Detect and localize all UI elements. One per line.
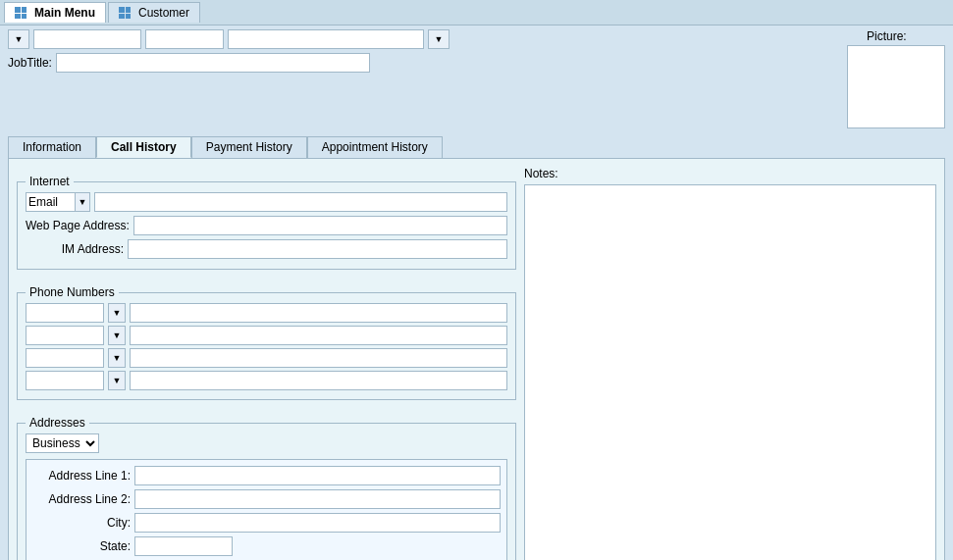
- name-fields: ▼ ▼ JobTitle:: [8, 29, 820, 73]
- address-box: Address Line 1: Address Line 2: City: St…: [26, 459, 507, 560]
- address-line2-input[interactable]: [134, 489, 501, 509]
- im-input[interactable]: [128, 239, 507, 259]
- title-bar: Main Menu Customer: [0, 0, 953, 25]
- internet-legend: Internet: [26, 175, 74, 188]
- webpage-label: Web Page Address:: [26, 219, 130, 232]
- tab-payment-history[interactable]: Payment History: [191, 136, 307, 158]
- right-panel: Notes:: [524, 167, 936, 560]
- main-menu-tab[interactable]: Main Menu: [4, 2, 106, 23]
- main-tabs: Information Call History Payment History…: [8, 136, 945, 158]
- phone-number-3[interactable]: [130, 348, 507, 368]
- prefix-dropdown-btn[interactable]: ▼: [8, 29, 29, 49]
- addresses-section: Addresses Business Home Other Address Li…: [17, 416, 516, 560]
- tab-information[interactable]: Information: [8, 136, 96, 158]
- jobtitle-label: JobTitle:: [8, 56, 52, 70]
- phone-type-dropdown-4[interactable]: ▼: [108, 371, 126, 390]
- main-content: Internet ▼ Web Page Address: IM Address:…: [8, 158, 945, 560]
- phone-row-2: ▼: [26, 326, 507, 345]
- email-type-dropdown[interactable]: ▼: [75, 192, 90, 212]
- address-line1-label: Address Line 1:: [32, 469, 131, 483]
- phone-type-4[interactable]: [26, 371, 104, 390]
- phone-type-dropdown-1[interactable]: ▼: [108, 303, 126, 323]
- tab-appointment-history[interactable]: Appointment History: [307, 136, 443, 158]
- webpage-row: Web Page Address:: [26, 216, 507, 235]
- im-row: IM Address:: [26, 239, 507, 259]
- state-label: State:: [32, 539, 131, 553]
- address-line1-row: Address Line 1:: [32, 466, 501, 485]
- im-label: IM Address:: [26, 242, 124, 256]
- address-type-row: Business Home Other: [26, 433, 507, 453]
- main-menu-icon: [15, 7, 26, 19]
- top-form: ▼ ▼ JobTitle: Picture:: [0, 25, 953, 132]
- phone-section: Phone Numbers ▼ ▼ ▼ ▼: [17, 285, 516, 400]
- picture-label: Picture:: [867, 29, 907, 43]
- phone-type-1[interactable]: [26, 303, 104, 323]
- state-row: State:: [32, 536, 501, 556]
- addresses-legend: Addresses: [26, 416, 89, 430]
- phone-row-1: ▼: [26, 303, 507, 323]
- phone-type-dropdown-2[interactable]: ▼: [108, 326, 126, 345]
- picture-area: Picture:: [827, 29, 945, 128]
- city-label: City:: [32, 516, 131, 530]
- address-type-select[interactable]: Business Home Other: [26, 433, 99, 453]
- webpage-input[interactable]: [133, 216, 507, 235]
- email-row: ▼: [26, 192, 507, 212]
- notes-label: Notes:: [524, 167, 936, 180]
- phone-row-4: ▼: [26, 371, 507, 390]
- phone-row-3: ▼: [26, 348, 507, 368]
- phone-number-1[interactable]: [130, 303, 507, 323]
- notes-textarea[interactable]: [524, 184, 936, 560]
- phone-number-2[interactable]: [130, 326, 507, 345]
- phone-type-3[interactable]: [26, 348, 104, 368]
- customer-tab-icon: [119, 7, 131, 19]
- address-line1-input[interactable]: [134, 466, 501, 485]
- email-type-group: ▼: [26, 192, 90, 212]
- address-line2-label: Address Line 2:: [32, 492, 131, 506]
- customer-tab[interactable]: Customer: [108, 2, 200, 23]
- address-line2-row: Address Line 2:: [32, 489, 501, 509]
- internet-section: Internet ▼ Web Page Address: IM Address:: [17, 175, 516, 270]
- tab-call-history[interactable]: Call History: [96, 136, 191, 158]
- phone-number-4[interactable]: [130, 371, 507, 390]
- state-input[interactable]: [134, 536, 233, 556]
- suffix-dropdown-btn[interactable]: ▼: [428, 29, 450, 49]
- jobtitle-row: JobTitle:: [8, 53, 820, 73]
- customer-tab-label: Customer: [138, 6, 189, 20]
- email-input[interactable]: [94, 192, 507, 212]
- phone-type-2[interactable]: [26, 326, 104, 345]
- first-name-input[interactable]: [33, 29, 141, 49]
- phone-type-dropdown-3[interactable]: ▼: [108, 348, 126, 368]
- main-menu-label: Main Menu: [34, 6, 95, 20]
- city-input[interactable]: [134, 513, 501, 533]
- jobtitle-input[interactable]: [56, 53, 370, 73]
- left-panel: Internet ▼ Web Page Address: IM Address:…: [17, 167, 516, 560]
- middle-name-input[interactable]: [145, 29, 224, 49]
- city-row: City:: [32, 513, 501, 533]
- picture-box: [847, 45, 945, 128]
- phone-legend: Phone Numbers: [26, 285, 119, 299]
- email-type-input[interactable]: [26, 192, 75, 212]
- name-row: ▼ ▼: [8, 29, 820, 49]
- last-name-input[interactable]: [228, 29, 424, 49]
